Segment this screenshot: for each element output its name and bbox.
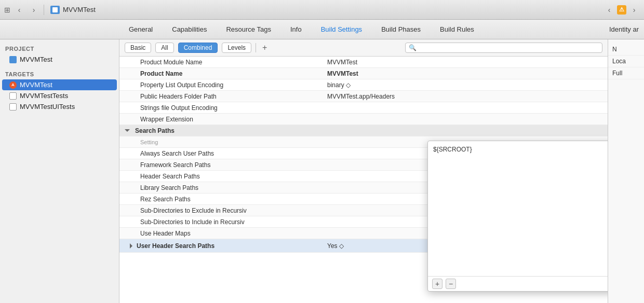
setting-name-bold: Product Name <box>119 70 317 77</box>
project-section-header: PROJECT <box>0 44 119 54</box>
right-panel-tab-label: Identity ar <box>609 25 644 33</box>
targets-section-header: TARGETS <box>0 69 119 79</box>
setting-name: Property List Output Encoding <box>119 81 317 89</box>
popup-footer: + − <box>428 276 608 291</box>
popup-row: ${SRCROOT} recursive <box>433 144 608 155</box>
grid-icon[interactable]: ⊞ <box>4 6 10 14</box>
tab-build-rules[interactable]: Build Rules <box>431 20 484 39</box>
setting-value: binary ◇ <box>317 81 608 89</box>
target-icon <box>9 81 17 89</box>
user-header-name: User Header Search Paths <box>119 242 317 250</box>
title-nav-back-button[interactable]: ‹ <box>603 4 615 16</box>
popup-add-button[interactable]: + <box>432 279 442 289</box>
main-layout: PROJECT MVVMTest TARGETS MVVMTest MVVMTe… <box>0 39 644 303</box>
tab-bar: General Capabilities Resource Tags Info … <box>0 20 644 39</box>
table-row: Product Name MVVMTest <box>119 68 608 79</box>
search-box: 🔍 <box>405 43 602 53</box>
title-bar: ⊞ ‹ › MVVMTest ‹ ⚠ › <box>0 0 644 20</box>
popup-remove-button[interactable]: − <box>446 279 456 289</box>
setting-value-bold: MVVMTest <box>317 70 608 77</box>
setting-name: Wrapper Extension <box>119 116 317 123</box>
expand-triangle[interactable] <box>130 243 132 249</box>
sidebar-item-target-label: MVVMTest <box>20 81 52 89</box>
filter-separator <box>256 43 256 52</box>
setting-name: Always Search User Paths <box>119 150 317 157</box>
tab-capabilities[interactable]: Capabilities <box>163 20 217 39</box>
setting-name: Product Module Name <box>119 59 317 66</box>
right-panel-row-full: Full <box>608 67 644 79</box>
setting-name: Rez Search Paths <box>119 196 317 203</box>
right-panel: N Loca Full <box>608 39 644 303</box>
popup-content: ${SRCROOT} recursive <box>428 141 608 276</box>
table-row: Strings file Output Encoding <box>119 102 608 114</box>
table-row: Product Module Name MVVMTest <box>119 57 608 68</box>
title-bar-right: ‹ ⚠ › <box>603 4 640 16</box>
sidebar-item-mvvmtesttests[interactable]: MVVMTestTests <box>2 90 117 101</box>
content-area: Basic All Combined Levels + 🔍 Product Mo… <box>119 39 608 303</box>
tab-resource-tags[interactable]: Resource Tags <box>217 20 280 39</box>
project-title: MVVMTest <box>63 6 96 13</box>
setting-name: Framework Search Paths <box>119 161 317 169</box>
file-icon-uitests <box>9 103 17 111</box>
filter-bar: Basic All Combined Levels + 🔍 <box>119 39 608 57</box>
project-file-icon <box>9 56 17 63</box>
filter-add-button[interactable]: + <box>260 43 269 52</box>
sidebar-item-project[interactable]: MVVMTest <box>2 54 117 65</box>
right-panel-row-n: N <box>608 44 644 56</box>
nav-forward-button[interactable]: › <box>28 4 39 16</box>
table-row: Public Headers Folder Path MVVMTest.app/… <box>119 91 608 102</box>
sidebar-item-mvvmtestuitests[interactable]: MVVMTestUITests <box>2 101 117 112</box>
file-icon-tests <box>9 92 17 100</box>
tab-build-settings[interactable]: Build Settings <box>312 20 372 39</box>
filter-combined-button[interactable]: Combined <box>178 43 218 53</box>
setting-name: Public Headers Folder Path <box>119 93 317 100</box>
tab-build-phases[interactable]: Build Phases <box>372 20 431 39</box>
setting-value: MVVMTest.app/Headers <box>317 93 608 100</box>
sidebar-item-project-label: MVVMTest <box>20 56 52 63</box>
tab-info[interactable]: Info <box>281 20 312 39</box>
sidebar-item-tests-label: MVVMTestTests <box>20 92 68 100</box>
setting-column-label: Setting <box>119 139 317 145</box>
sidebar-item-mvvmtest-target[interactable]: MVVMTest <box>2 79 117 90</box>
setting-name: Header Search Paths <box>119 173 317 180</box>
sidebar-item-uitests-label: MVVMTestUITests <box>20 103 75 111</box>
right-panel-row-loca: Loca <box>608 56 644 67</box>
project-icon <box>50 6 60 14</box>
search-icon: 🔍 <box>409 44 417 51</box>
title-nav-forward-button[interactable]: › <box>628 4 640 16</box>
filter-levels-button[interactable]: Levels <box>222 43 251 53</box>
separator <box>44 5 44 15</box>
tab-general[interactable]: General <box>119 20 163 39</box>
search-input[interactable] <box>419 44 599 51</box>
filter-all-button[interactable]: All <box>155 43 173 53</box>
section-header-search-paths: Search Paths <box>119 125 608 136</box>
nav-back-button[interactable]: ‹ <box>14 4 25 16</box>
collapse-triangle[interactable] <box>125 129 130 132</box>
setting-name: Sub-Directories to Include in Recursiv <box>119 218 317 226</box>
warning-icon: ⚠ <box>617 5 626 15</box>
table-row: Property List Output Encoding binary ◇ <box>119 79 608 91</box>
setting-name: Library Search Paths <box>119 184 317 191</box>
setting-name: Strings file Output Encoding <box>119 104 317 112</box>
popup-srcroot: ${SRCROOT} <box>433 146 472 153</box>
filter-basic-button[interactable]: Basic <box>125 43 151 53</box>
table-row: Wrapper Extension <box>119 114 608 125</box>
sidebar: PROJECT MVVMTest TARGETS MVVMTest MVVMTe… <box>0 39 119 303</box>
section-label-text: Search Paths <box>135 127 175 134</box>
section-triangle: Search Paths <box>119 127 317 134</box>
setting-name: Sub-Directories to Exclude in Recursiv <box>119 207 317 214</box>
popup-overlay: ${SRCROOT} recursive + − <box>427 141 608 292</box>
setting-name: Use Header Maps <box>119 230 317 237</box>
setting-value: MVVMTest <box>317 59 608 66</box>
